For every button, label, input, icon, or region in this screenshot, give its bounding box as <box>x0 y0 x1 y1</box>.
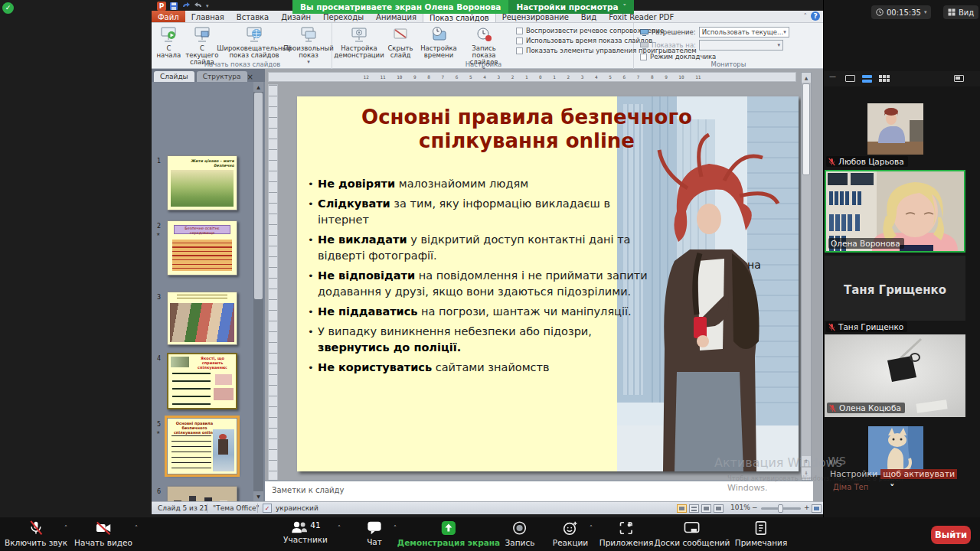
chat-button[interactable]: Чат <box>366 520 383 546</box>
qat-dropdown-icon[interactable]: ▾ <box>206 3 209 9</box>
resolution-value: Использовать текуще... <box>702 28 784 36</box>
bullet-item: Не відповідати на повідомлення і не прий… <box>306 268 652 300</box>
stray-text-box[interactable]: на <box>747 259 761 271</box>
setup-slideshow-button[interactable]: Настройка демонстрации <box>335 24 383 60</box>
slide-thumbnail-5-current[interactable]: Основні правила безпечного спілкування o… <box>167 418 237 474</box>
tab-home[interactable]: Главная <box>185 11 230 22</box>
video-tile-olena-kotsyuba[interactable]: Олена Коцюба <box>825 334 965 417</box>
participant-name-faint: Діма Теп <box>833 483 868 491</box>
participant-name: Таня Грищенко <box>838 322 903 331</box>
meeting-timer[interactable]: 00:15:35 ▾ <box>871 5 931 19</box>
leave-meeting-button[interactable]: Выйти <box>931 526 971 544</box>
resolution-dropdown[interactable]: Использовать текуще...▾ <box>699 27 789 37</box>
minimize-panel-icon[interactable]: — <box>829 73 836 80</box>
close-panel-icon[interactable]: × <box>247 73 253 82</box>
slide-canvas[interactable]: Основні правила безпечного спілкування o… <box>297 96 799 471</box>
slide-thumbnail-6[interactable] <box>167 486 237 501</box>
scroll-up-icon[interactable]: ▲ <box>253 82 263 92</box>
tab-file[interactable]: Файл <box>152 11 185 22</box>
undo-icon[interactable] <box>181 2 191 11</box>
presenter-mode-row[interactable]: Режим докладчика <box>640 53 789 60</box>
muted-mic-icon <box>28 520 44 536</box>
single-view-icon[interactable] <box>845 75 855 82</box>
unmute-label: Включить звук <box>5 538 67 547</box>
share-screen-button-active[interactable]: Демонстрация экрана <box>397 520 500 547</box>
animation-indicator-icon: ★ <box>156 231 160 236</box>
video-tile-tanya-novideo[interactable]: Таня Грищенко <box>825 256 965 321</box>
scrollbar-thumb[interactable] <box>254 93 263 299</box>
slideshow-view-button[interactable] <box>714 504 724 513</box>
zoom-in-icon[interactable]: + <box>804 504 810 511</box>
normal-view-button[interactable] <box>677 504 687 513</box>
notes-button[interactable]: Примечания <box>735 520 787 547</box>
rehearse-timings-button[interactable]: Настройка времени <box>418 24 459 60</box>
whiteboards-button[interactable]: Доски сообщений <box>655 520 730 547</box>
group-label-monitors: Мониторы <box>635 60 822 68</box>
scrollbar-thumb[interactable] <box>802 83 810 175</box>
redo-icon[interactable] <box>194 2 203 11</box>
thumb-photo <box>170 303 234 342</box>
participants-chevron-icon[interactable]: ˄ <box>338 525 341 532</box>
slide-thumbnail-4[interactable]: Якості, що сприяють спілкуванню: <box>167 353 237 409</box>
slide-thumbnail-2[interactable]: Безпечне освітнє середовище <box>167 220 237 276</box>
setup-slideshow-label: Настройка демонстрации <box>334 45 384 59</box>
reactions-button[interactable]: Реакции <box>553 520 588 547</box>
collapse-ribbon-icon[interactable]: ˄ <box>804 12 808 20</box>
checkbox-play-narration[interactable]: Воспроизвести речевое сопровождение <box>516 27 632 34</box>
language-indicator[interactable]: украинский <box>276 504 318 512</box>
screen-share-banner: Вы просматриваете экран Олена Воронова Н… <box>292 0 634 14</box>
scroll-up-icon[interactable]: ▲ <box>802 73 811 83</box>
from-beginning-button[interactable]: С начала <box>155 24 183 60</box>
zoom-out-icon[interactable]: − <box>752 504 758 511</box>
slide-bullet-list[interactable]: Не довіряти малознайомим людям Слідкуват… <box>306 176 652 380</box>
spellcheck-icon[interactable]: ✓ <box>263 504 272 513</box>
video-tile-olena-voronova-active[interactable]: Олена Воронова <box>825 170 965 253</box>
reactions-chevron-icon[interactable]: ˄ <box>590 525 593 532</box>
stacked-view-icon-active[interactable] <box>862 75 872 83</box>
save-icon[interactable] <box>169 2 178 11</box>
slide-thumbnail-3[interactable] <box>167 292 237 345</box>
checkbox-show-media-controls[interactable]: Показать элементы управления проигрывате… <box>516 47 632 54</box>
custom-slideshow-label: Произвольный показ <box>283 45 333 59</box>
hide-slide-button[interactable]: Скрыть слайд <box>383 24 418 60</box>
presenter-mode-label: Режим докладчика <box>650 53 716 60</box>
broadcast-slideshow-button[interactable]: Широковещательный показ слайдов <box>221 24 287 60</box>
unmute-button[interactable]: Включить звук <box>5 520 67 547</box>
slide-title[interactable]: Основні правила безпечного спілкування o… <box>320 106 733 153</box>
tab-insert[interactable]: Вставка <box>230 11 275 22</box>
checkbox-icon <box>516 28 523 34</box>
reading-view-button[interactable] <box>701 504 711 513</box>
shared-screen-region: ✓ P ▾ Файл Главная Вставка Дизайн Перехо… <box>0 0 823 517</box>
scroll-down-icon[interactable]: ▼ <box>253 491 263 501</box>
participants-button[interactable]: 41 Участники <box>283 520 328 544</box>
tab-outline[interactable]: Структура <box>197 71 247 82</box>
view-switcher <box>677 504 724 513</box>
chat-chevron-icon[interactable]: ˄ <box>394 525 397 532</box>
video-tile-lyubov[interactable] <box>867 103 923 155</box>
editor-scrollbar[interactable]: ▲ ⇑ ⇓ ▼ <box>801 72 812 490</box>
checkbox-use-timings[interactable]: Использовать время показа слайдов <box>516 37 632 44</box>
record-button[interactable]: Запись <box>505 520 535 547</box>
view-options-button[interactable]: Настройки просмотра ˅ <box>508 0 634 14</box>
gallery-view-icon[interactable] <box>879 75 890 82</box>
timer-value: 00:15:35 <box>887 8 921 17</box>
video-options-chevron-icon[interactable]: ˄ <box>135 525 138 532</box>
checkbox-icon <box>516 47 523 54</box>
view-button[interactable]: Вид <box>943 5 978 19</box>
video-tile-dima-avatar[interactable] <box>868 426 923 475</box>
start-video-button[interactable]: Начать видео <box>74 520 132 547</box>
audio-options-chevron-icon[interactable]: ˄ <box>64 525 67 532</box>
apps-button[interactable]: Приложения <box>599 520 653 547</box>
zoom-slider-thumb[interactable] <box>778 504 783 513</box>
help-icon[interactable]: ? <box>811 11 820 21</box>
theme-name: "Тема Office" <box>213 504 260 512</box>
panel-scrollbar[interactable]: ▲ ▼ <box>253 82 263 501</box>
slide-sorter-view-button[interactable] <box>689 504 699 513</box>
record-icon <box>512 520 528 536</box>
collapse-videos-chevron-icon[interactable]: ˅ <box>890 482 895 494</box>
tab-slides-thumbnails[interactable]: Слайды <box>154 71 194 82</box>
fit-to-window-icon[interactable] <box>812 504 822 513</box>
slide-thumbnail-1[interactable]: Жити цікаво - жити безпечно <box>167 155 237 210</box>
chat-icon <box>366 520 383 535</box>
popout-panel-icon[interactable] <box>954 75 964 82</box>
